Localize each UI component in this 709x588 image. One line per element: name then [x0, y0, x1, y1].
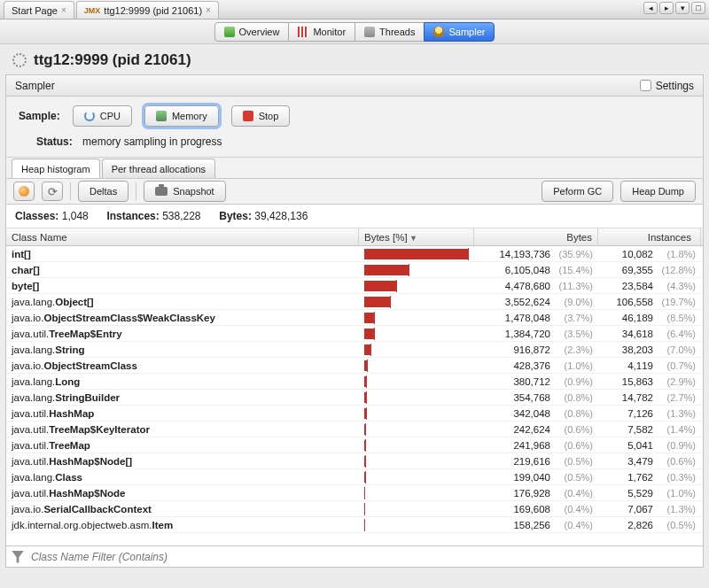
- cell-instances: 38,203(7.0%): [598, 344, 701, 355]
- label: Threads: [379, 27, 415, 37]
- cell-class-name: java.util.TreeMap$KeyIterator: [6, 424, 359, 435]
- table-row[interactable]: java.util.TreeMap241,968(0.6%)5,041(0.9%…: [6, 437, 703, 453]
- table-row[interactable]: java.util.HashMap$Node[]219,616(0.5%)3,4…: [6, 453, 703, 469]
- table-row[interactable]: java.util.HashMap342,048(0.8%)7,126(1.3%…: [6, 406, 703, 422]
- refresh-button[interactable]: ⟳: [42, 182, 63, 201]
- table-row[interactable]: int[]14,193,736(35.9%)10,082(1.8%): [6, 246, 703, 262]
- filter-icon: [12, 551, 24, 563]
- table-row[interactable]: java.lang.Object[]3,552,624(9.0%)106,558…: [6, 294, 703, 310]
- cell-class-name: java.lang.String: [6, 344, 359, 355]
- classes-value: 1,048: [62, 210, 89, 222]
- cell-class-name: java.util.HashMap$Node: [6, 488, 359, 499]
- cell-bytes-bar: [359, 487, 474, 499]
- label: CPU: [100, 111, 121, 121]
- label: Stop: [259, 111, 279, 121]
- table-row[interactable]: java.io.ObjectStreamClass$WeakClassKey1,…: [6, 310, 703, 326]
- next-button[interactable]: ▸: [659, 2, 674, 14]
- table-row[interactable]: char[]6,105,048(15.4%)69,355(12.8%): [6, 262, 703, 278]
- cell-instances: 10,082(1.8%): [598, 249, 701, 259]
- cell-bytes: 4,478,680(11.3%): [474, 281, 598, 291]
- tab-label: ttg12:9999 (pid 21061): [104, 2, 202, 19]
- table-row[interactable]: java.io.ObjectStreamClass428,376(1.0%)4,…: [6, 358, 703, 374]
- table-row[interactable]: byte[]4,478,680(11.3%)23,584(4.3%): [6, 278, 703, 294]
- cell-class-name: jdk.internal.org.objectweb.asm.Item: [6, 520, 359, 530]
- status-row: Status: memory sampling in progress: [6, 132, 703, 157]
- col-class-name[interactable]: Class Name: [6, 228, 359, 245]
- cell-bytes-bar: [359, 503, 474, 515]
- cell-instances: 14,782(2.7%): [598, 392, 701, 403]
- col-bytes-pct[interactable]: Bytes [%]: [359, 228, 474, 245]
- cell-class-name: char[]: [6, 265, 359, 275]
- cell-bytes-bar: [359, 296, 474, 308]
- title-row: ttg12:9999 (pid 21061): [0, 44, 709, 74]
- tab-main[interactable]: JMX ttg12:9999 (pid 21061) ×: [76, 1, 219, 19]
- cell-bytes: 916,872(2.3%): [474, 344, 598, 355]
- view-overview[interactable]: Overview: [214, 22, 290, 42]
- tab-per-thread-alloc[interactable]: Per thread allocations: [102, 159, 215, 178]
- snapshot-button[interactable]: Snapshot: [144, 181, 225, 202]
- col-instances[interactable]: Instances: [598, 228, 701, 245]
- table-row[interactable]: java.util.TreeMap$Entry1,384,720(3.5%)34…: [6, 326, 703, 342]
- cell-bytes-bar: [359, 423, 474, 436]
- cell-bytes-bar: [359, 455, 474, 468]
- cell-bytes: 342,048(0.8%): [474, 408, 598, 419]
- heap-dump-button[interactable]: Heap Dump: [620, 181, 696, 202]
- view-threads[interactable]: Threads: [354, 22, 425, 42]
- cell-instances: 106,558(19.7%): [598, 297, 701, 307]
- cell-instances: 69,355(12.8%): [598, 265, 701, 275]
- cell-class-name: java.io.ObjectStreamClass$WeakClassKey: [6, 313, 359, 323]
- prev-button[interactable]: ◂: [643, 2, 658, 14]
- table-row[interactable]: jdk.internal.org.objectweb.asm.Item158,2…: [6, 517, 703, 533]
- cell-instances: 7,582(1.4%): [598, 424, 701, 435]
- close-icon[interactable]: ×: [206, 2, 211, 19]
- editor-tabs: Start Page × JMX ttg12:9999 (pid 21061) …: [0, 0, 709, 19]
- instances-value: 538,228: [162, 210, 200, 222]
- cell-bytes-bar: [359, 391, 474, 404]
- class-name-filter-input[interactable]: [29, 550, 697, 564]
- tab-start-page[interactable]: Start Page ×: [4, 1, 74, 19]
- cell-bytes: 158,256(0.4%): [474, 520, 598, 530]
- close-icon[interactable]: ×: [61, 2, 66, 19]
- settings-toggle[interactable]: Settings: [640, 80, 694, 92]
- cell-bytes: 169,608(0.4%): [474, 504, 598, 514]
- table-row[interactable]: java.util.HashMap$Node176,928(0.4%)5,529…: [6, 485, 703, 501]
- table-header: Class Name Bytes [%] Bytes Instances: [6, 228, 703, 246]
- cell-bytes: 428,376(1.0%): [474, 360, 598, 371]
- memory-button[interactable]: Memory: [144, 105, 219, 127]
- perform-gc-button[interactable]: Peform GC: [541, 181, 613, 202]
- deltas-button[interactable]: Deltas: [78, 181, 129, 202]
- cpu-button[interactable]: CPU: [73, 105, 132, 127]
- table-row[interactable]: java.io.SerialCallbackContext169,608(0.4…: [6, 501, 703, 517]
- stop-button[interactable]: Stop: [231, 105, 291, 127]
- cell-bytes-bar: [359, 471, 474, 484]
- cell-bytes: 242,624(0.6%): [474, 424, 598, 435]
- col-bytes[interactable]: Bytes: [474, 228, 598, 245]
- camera-icon: [155, 187, 168, 196]
- heap-table: Class Name Bytes [%] Bytes Instances int…: [6, 228, 703, 545]
- table-row[interactable]: java.lang.Class199,040(0.5%)1,762(0.3%): [6, 469, 703, 485]
- status-text: memory sampling in progress: [82, 135, 222, 148]
- label: Monitor: [313, 27, 346, 37]
- view-monitor[interactable]: Monitor: [288, 22, 355, 42]
- cell-class-name: java.lang.StringBuilder: [6, 392, 359, 403]
- table-row[interactable]: java.lang.Long380,712(0.9%)15,863(2.9%): [6, 374, 703, 390]
- cell-bytes-bar: [359, 280, 474, 292]
- panel-header: Sampler Settings: [6, 75, 703, 97]
- pause-button[interactable]: [13, 182, 35, 201]
- stop-icon: [243, 111, 253, 121]
- spinner-icon: [12, 53, 27, 67]
- cell-class-name: java.lang.Object[]: [6, 297, 359, 307]
- cell-bytes: 1,478,048(3.7%): [474, 313, 598, 323]
- cell-instances: 5,041(0.9%): [598, 440, 701, 451]
- histogram-toolbar: ⟳ Deltas Snapshot Peform GC Heap Dump: [6, 178, 703, 205]
- refresh-icon: ⟳: [48, 185, 58, 198]
- maximize-button[interactable]: □: [691, 2, 705, 14]
- cell-class-name: java.lang.Class: [6, 472, 359, 483]
- table-body: int[]14,193,736(35.9%)10,082(1.8%)char[]…: [6, 246, 703, 533]
- table-row[interactable]: java.util.TreeMap$KeyIterator242,624(0.6…: [6, 422, 703, 437]
- menu-button[interactable]: ▾: [675, 2, 690, 14]
- table-row[interactable]: java.lang.String916,872(2.3%)38,203(7.0%…: [6, 342, 703, 358]
- view-sampler[interactable]: Sampler: [424, 22, 495, 42]
- tab-heap-histogram[interactable]: Heap histogram: [12, 159, 100, 178]
- table-row[interactable]: java.lang.StringBuilder354,768(0.8%)14,7…: [6, 390, 703, 406]
